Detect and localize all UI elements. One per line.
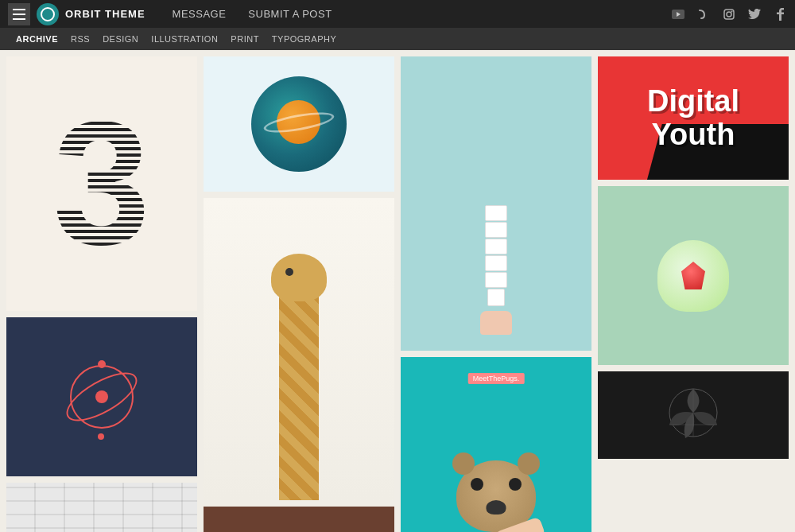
subnav-design[interactable]: DESIGN <box>96 34 145 44</box>
tile-orbit-logo[interactable] <box>6 317 197 476</box>
pug-graphic <box>456 460 536 532</box>
pug-tag: MeetThePugs. <box>468 373 525 384</box>
nav-submit[interactable]: SUBMIT A POST <box>237 8 343 20</box>
tile-pug[interactable]: MeetThePugs. <box>401 357 591 532</box>
vine-icon[interactable] <box>696 7 711 21</box>
tile-striped-3[interactable]: 3 <box>6 56 197 311</box>
logo-circle <box>37 3 59 25</box>
subnav-rss[interactable]: RSS <box>64 34 96 44</box>
subnav-archive[interactable]: ARCHIVE <box>10 34 64 44</box>
youtube-icon[interactable] <box>671 7 685 21</box>
brand-name: ORBIT THEME <box>65 8 145 20</box>
botanical-graphic <box>661 381 725 450</box>
facebook-icon[interactable] <box>773 7 787 21</box>
subnav: ARCHIVE RSS DESIGN ILLUSTRATION PRINT TY… <box>0 28 795 50</box>
svg-point-3 <box>727 12 731 17</box>
subnav-print[interactable]: PRINT <box>224 34 266 44</box>
svg-point-4 <box>731 10 733 12</box>
navbar: ORBIT THEME MESSAGE SUBMIT A POST <box>0 0 795 28</box>
apple-graphic <box>657 240 729 312</box>
grid-container: 3 <box>0 50 795 532</box>
nav-message[interactable]: MESSAGE <box>161 8 238 20</box>
social-icons <box>671 7 787 21</box>
tile-saturn[interactable] <box>204 56 394 192</box>
tile-giraffe[interactable] <box>204 198 394 500</box>
tile-botanical[interactable] <box>598 371 789 459</box>
planet-graphic <box>251 76 347 172</box>
instagram-icon[interactable] <box>722 7 736 21</box>
tile-brick-wall[interactable] <box>6 483 197 532</box>
menu-hamburger[interactable] <box>8 3 30 25</box>
tile-coffee[interactable] <box>204 507 394 532</box>
tile-digital-youth[interactable]: Digital Youth <box>598 56 789 180</box>
subnav-typography[interactable]: TYPOGRAPHY <box>266 34 343 44</box>
sugar-graphic <box>480 205 512 335</box>
tile-apple-strawberry[interactable] <box>598 186 789 365</box>
giraffe-graphic <box>204 198 394 500</box>
main-nav: MESSAGE SUBMIT A POST <box>161 8 343 20</box>
tile-sugar-tower[interactable] <box>401 56 591 351</box>
orbit-logo-graphic <box>62 357 142 437</box>
twitter-icon[interactable] <box>747 7 762 21</box>
subnav-illustration[interactable]: ILLUSTRATION <box>145 34 224 44</box>
digital-youth-text: Digital Youth <box>647 85 739 152</box>
